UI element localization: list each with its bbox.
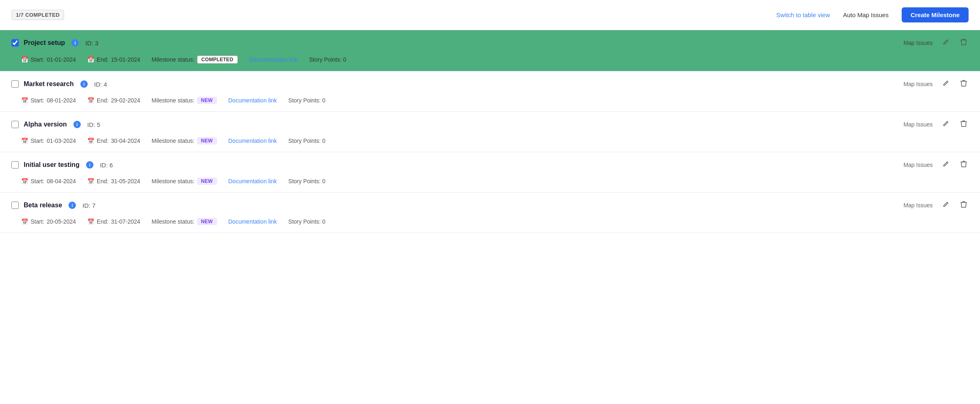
calendar-end-icon: 📅 xyxy=(87,218,94,225)
start-label: Start: xyxy=(31,178,44,184)
create-milestone-button[interactable]: Create Milestone xyxy=(902,7,969,22)
milestone-title: Project setup xyxy=(24,39,65,47)
milestone-checkbox[interactable] xyxy=(11,80,19,88)
milestone-row: Beta release i ID: 7 Map Issues xyxy=(0,193,980,233)
info-icon[interactable]: i xyxy=(73,121,81,128)
start-value: 08-04-2024 xyxy=(47,178,76,184)
milestone-id: ID: 7 xyxy=(82,202,95,209)
delete-button[interactable] xyxy=(959,79,969,89)
map-issues-button[interactable]: Map Issues xyxy=(903,162,933,168)
edit-icon xyxy=(942,161,949,167)
delete-button[interactable] xyxy=(959,38,969,48)
milestone-title: Initial user testing xyxy=(24,161,80,169)
milestone-right: Map Issues xyxy=(903,160,969,170)
end-date: 📅 End: 31-07-2024 xyxy=(87,218,140,225)
milestone-left: Initial user testing i ID: 6 xyxy=(11,161,113,169)
calendar-start-icon: 📅 xyxy=(21,138,28,144)
milestone-id: ID: 5 xyxy=(87,121,100,128)
status-label: Milestone status: xyxy=(152,56,195,63)
end-label: End: xyxy=(97,97,109,104)
edit-button[interactable] xyxy=(941,160,951,170)
start-label: Start: xyxy=(31,138,44,144)
status-label: Milestone status: xyxy=(152,218,195,225)
documentation-link[interactable]: Documentation link xyxy=(228,218,277,225)
edit-icon xyxy=(942,39,949,45)
milestone-status: Milestone status: NEW xyxy=(152,178,217,185)
milestone-left: Market research i ID: 4 xyxy=(11,80,107,88)
story-points: Story Points: 0 xyxy=(288,178,326,184)
milestone-left: Project setup i ID: 3 xyxy=(11,39,98,47)
story-points: Story Points: 0 xyxy=(288,218,326,225)
milestone-row: Initial user testing i ID: 6 Map Issues xyxy=(0,152,980,193)
milestone-row: Alpha version i ID: 5 Map Issues xyxy=(0,112,980,152)
info-icon[interactable]: i xyxy=(80,80,88,88)
milestone-row: Market research i ID: 4 Map Issues xyxy=(0,71,980,112)
delete-icon xyxy=(960,201,967,208)
milestone-checkbox[interactable] xyxy=(11,121,19,128)
milestone-details: 📅 Start: 01-03-2024 📅 End: 30-04-2024 Mi… xyxy=(0,134,980,152)
calendar-start-icon: 📅 xyxy=(21,97,28,104)
delete-icon xyxy=(960,38,967,46)
milestone-checkbox[interactable] xyxy=(11,39,19,47)
documentation-link[interactable]: Documentation link xyxy=(228,97,277,104)
map-issues-button[interactable]: Map Issues xyxy=(903,40,933,46)
delete-icon xyxy=(960,80,967,87)
milestone-header: Alpha version i ID: 5 Map Issues xyxy=(0,112,980,134)
edit-button[interactable] xyxy=(941,120,951,129)
edit-button[interactable] xyxy=(941,38,951,48)
documentation-link[interactable]: Documentation link xyxy=(228,138,277,144)
calendar-end-icon: 📅 xyxy=(87,97,94,104)
status-badge: COMPLETED xyxy=(197,55,238,64)
top-actions: Switch to table view Auto Map Issues Cre… xyxy=(776,7,969,22)
calendar-end-icon: 📅 xyxy=(87,56,94,63)
story-points: Story Points: 0 xyxy=(309,56,346,63)
milestone-header: Market research i ID: 4 Map Issues xyxy=(0,71,980,93)
info-icon[interactable]: i xyxy=(71,39,79,47)
start-label: Start: xyxy=(31,97,44,104)
start-value: 08-01-2024 xyxy=(47,97,76,104)
delete-button[interactable] xyxy=(959,160,969,170)
status-badge: NEW xyxy=(197,218,217,225)
status-badge: NEW xyxy=(197,97,217,104)
milestone-title: Market research xyxy=(24,80,74,88)
start-date: 📅 Start: 08-04-2024 xyxy=(21,178,76,184)
start-date: 📅 Start: 01-01-2024 xyxy=(21,56,76,63)
map-issues-button[interactable]: Map Issues xyxy=(903,202,933,209)
edit-button[interactable] xyxy=(941,79,951,89)
milestone-right: Map Issues xyxy=(903,119,969,130)
story-points: Story Points: 0 xyxy=(288,97,326,104)
documentation-link[interactable]: Documentation link xyxy=(228,178,277,184)
map-issues-button[interactable]: Map Issues xyxy=(903,81,933,87)
status-label: Milestone status: xyxy=(152,178,195,184)
milestone-status: Milestone status: NEW xyxy=(152,97,217,104)
end-value: 30-04-2024 xyxy=(111,138,140,144)
edit-button[interactable] xyxy=(941,200,951,210)
milestone-status: Milestone status: NEW xyxy=(152,137,217,144)
end-date: 📅 End: 29-02-2024 xyxy=(87,97,140,104)
end-value: 31-07-2024 xyxy=(111,218,140,225)
milestone-id: ID: 3 xyxy=(85,40,98,47)
delete-button[interactable] xyxy=(959,119,969,130)
edit-icon xyxy=(942,120,949,127)
milestone-checkbox[interactable] xyxy=(11,161,19,169)
milestone-title: Beta release xyxy=(24,202,62,209)
milestone-right: Map Issues xyxy=(903,38,969,48)
switch-table-button[interactable]: Switch to table view xyxy=(776,11,830,18)
milestone-checkbox[interactable] xyxy=(11,202,19,209)
milestone-details: 📅 Start: 08-04-2024 📅 End: 31-05-2024 Mi… xyxy=(0,174,980,192)
auto-map-button[interactable]: Auto Map Issues xyxy=(843,11,889,18)
map-issues-button[interactable]: Map Issues xyxy=(903,121,933,128)
end-date: 📅 End: 15-01-2024 xyxy=(87,56,140,63)
info-icon[interactable]: i xyxy=(69,202,76,209)
start-label: Start: xyxy=(31,218,44,225)
end-label: End: xyxy=(97,178,109,184)
start-date: 📅 Start: 08-01-2024 xyxy=(21,97,76,104)
delete-icon xyxy=(960,120,967,127)
info-icon[interactable]: i xyxy=(86,161,93,169)
documentation-link[interactable]: Documentation link xyxy=(249,56,298,63)
end-date: 📅 End: 31-05-2024 xyxy=(87,178,140,184)
milestone-id: ID: 6 xyxy=(100,162,113,169)
status-label: Milestone status: xyxy=(152,138,195,144)
delete-button[interactable] xyxy=(959,200,969,211)
milestone-details: 📅 Start: 20-05-2024 📅 End: 31-07-2024 Mi… xyxy=(0,215,980,233)
